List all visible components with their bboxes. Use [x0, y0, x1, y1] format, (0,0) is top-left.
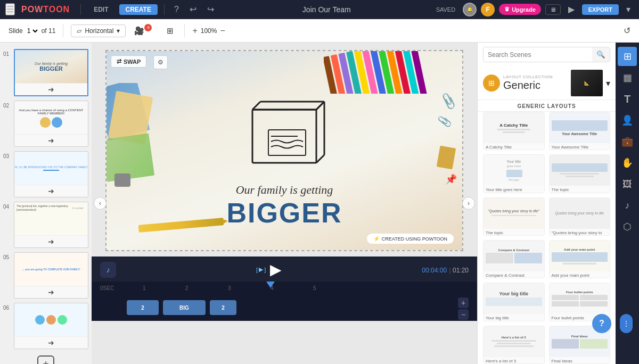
slide-number-4: 04: [3, 204, 12, 210]
props-sidebar-button[interactable]: 💼: [618, 132, 637, 151]
slide-big-text: BIGGER: [106, 197, 462, 229]
search-button[interactable]: 🔍: [592, 47, 610, 62]
slide-item-1[interactable]: 01 Our family is getting BIGGER ➜: [0, 47, 92, 98]
swap-button[interactable]: ⇄ SWAP: [111, 55, 146, 68]
slide-action-icon-3: ➜: [48, 187, 54, 195]
zoom-in-button[interactable]: +: [192, 26, 197, 36]
slide-thumbnail-2[interactable]: And you have a chance of using a CONTENT…: [14, 101, 88, 147]
slide-item-3[interactable]: 03 HI, I'LL BE INTRODUCING YOU TO THE CO…: [0, 149, 92, 200]
timeline-add-button[interactable]: +: [458, 297, 469, 308]
slide-number-select[interactable]: 1: [25, 27, 39, 35]
presentation-title: Join Our Team: [222, 5, 432, 14]
layout-collection-label: LAYOUT COLLECTION: [503, 75, 553, 79]
hand-icon: ✋: [621, 157, 633, 169]
powtoon-watermark: ⚡ CREATED USING POWTOON: [367, 234, 454, 244]
svg-line-4: [316, 155, 324, 163]
ruler-3sec: 3: [228, 285, 231, 291]
slide-item-6[interactable]: 06 ➜: [0, 301, 92, 351]
slide-thumbnail-1[interactable]: Our family is getting BIGGER ➜: [14, 49, 88, 96]
scenes-sidebar-button[interactable]: ▦: [618, 68, 637, 87]
slide-number-1: 01: [3, 51, 12, 57]
layout-card-title-goes-here[interactable]: Your title goes here The topic Your titl…: [483, 154, 545, 193]
redo-button[interactable]: ↪: [204, 3, 217, 15]
slide-action-icon-5: ➜: [48, 288, 54, 296]
animations-sidebar-button[interactable]: ✋: [618, 153, 637, 172]
play-controls: [▶] ▶: [121, 261, 416, 278]
layout-card-catchy-title[interactable]: A Catchy Title A Catchy Title: [483, 112, 545, 150]
main-canvas[interactable]: 📎 📎 📌: [105, 50, 463, 251]
user-avatar[interactable]: F: [481, 3, 495, 16]
slide-thumbnail-4[interactable]: The [product] the, together a new legend…: [14, 202, 88, 248]
refresh-button[interactable]: ↺: [624, 26, 630, 36]
undo-button[interactable]: ↩: [186, 3, 200, 15]
layout-label-topic: The topic: [550, 186, 610, 193]
export-button[interactable]: EXPORT: [582, 4, 619, 15]
step-icon: ▶: [259, 266, 263, 273]
more-button[interactable]: ⋮: [620, 314, 633, 333]
layout-card-quote[interactable]: Quotes bring your story to life "Quotes …: [549, 197, 611, 236]
layout-card-compare[interactable]: Compare & Contrast Compare & Contrast: [483, 240, 545, 278]
layout-card-main-point[interactable]: Add your main point Add your main point: [549, 240, 611, 278]
slide-info: Slide 1 of 11: [9, 27, 55, 35]
slide-item-5[interactable]: 05 ... you are going TO COMPLETE OUR FAM…: [0, 250, 92, 301]
plus-circle-icon: +: [37, 355, 54, 364]
slide-number-5: 05: [3, 254, 12, 260]
layouts-sidebar-button[interactable]: ⊞: [618, 47, 637, 66]
step-indicator: [▶]: [256, 266, 266, 273]
timeline-minus-button[interactable]: −: [458, 309, 469, 320]
layout-card-big-title[interactable]: Your big title Your big title: [483, 283, 545, 321]
secondary-toolbar: Slide 1 of 11 ▱ Horizontal ▾ 🎥 4 ⊞ + 100…: [0, 19, 639, 43]
slide-thumbnail-3[interactable]: HI, I'LL BE INTRODUCING YOU TO THE COMPA…: [14, 151, 88, 197]
track-block-2[interactable]: BIG: [163, 300, 206, 315]
main-area: 01 Our family is getting BIGGER ➜ 02: [0, 43, 639, 364]
slide-item-4[interactable]: 04 The [product] the, together a new leg…: [0, 200, 92, 250]
create-mode-button[interactable]: CREATE: [119, 4, 158, 15]
help-button[interactable]: ?: [592, 314, 611, 333]
toolbar-divider-2: [184, 24, 185, 37]
audio-sidebar-button[interactable]: ♪: [618, 196, 637, 215]
camera-button[interactable]: 🎥 4: [131, 24, 158, 38]
present-button[interactable]: 🖥: [545, 4, 561, 15]
slide-thumbnail-6[interactable]: ➜: [14, 303, 88, 349]
effects-sidebar-button[interactable]: ⬡: [618, 217, 637, 236]
slide-item-2[interactable]: 02 And you have a chance of using a CONT…: [0, 98, 92, 149]
layout-label-topic2: The topic: [484, 229, 544, 236]
music-icon: ♪: [106, 266, 110, 274]
hamburger-menu[interactable]: ☰: [5, 3, 15, 15]
powtoon-logo-small: ⚡: [373, 236, 380, 242]
prev-slide-button[interactable]: ‹: [94, 197, 106, 210]
ruler-0sec: 0SEC: [100, 285, 114, 291]
panel-collapse-button[interactable]: ▾: [606, 78, 610, 88]
music-button[interactable]: ♪: [100, 262, 116, 278]
next-slide-button[interactable]: ›: [462, 197, 475, 210]
play-button[interactable]: ▶: [270, 261, 282, 278]
slide-number-3: 03: [3, 153, 12, 159]
dropdown-arrow-icon: ▾: [117, 27, 120, 35]
characters-sidebar-button[interactable]: 👤: [618, 111, 637, 130]
timeline-ruler: 0SEC 1 2 3 4 5: [92, 282, 477, 294]
upgrade-button[interactable]: ♛ Upgrade: [499, 4, 541, 15]
slide-action-icon-4: ➜: [48, 237, 54, 246]
layout-card-topic2[interactable]: "Quotes bring your story to life" The to…: [483, 197, 545, 236]
track-block-1[interactable]: 2: [127, 300, 159, 315]
edit-mode-button[interactable]: EDIT: [87, 4, 114, 15]
search-input[interactable]: [484, 48, 592, 62]
layout-card-list3[interactable]: Here's a list of 3 Here's a list of 3: [483, 326, 545, 364]
export-dropdown-button[interactable]: ▾: [623, 3, 634, 15]
settings-button[interactable]: ⚙: [153, 55, 168, 69]
play-presentation-button[interactable]: ▶: [565, 3, 578, 15]
slide-thumbnail-5[interactable]: ... you are going TO COMPLETE OUR FAMILY…: [14, 252, 88, 299]
track-block-3[interactable]: 2: [210, 300, 236, 315]
svg-line-5: [316, 102, 324, 110]
media-sidebar-button[interactable]: 🖼: [618, 175, 637, 194]
zoom-out-button[interactable]: −: [220, 26, 225, 36]
grid-view-button[interactable]: ⊞: [163, 24, 177, 38]
layout-card-awesome-title[interactable]: Your Awesome Title Your Awesome Title: [549, 112, 611, 150]
notifications-avatar[interactable]: 🔔: [463, 3, 477, 16]
layout-orientation-button[interactable]: ▱ Horizontal ▾: [71, 24, 126, 37]
layout-card-topic[interactable]: The topic: [549, 154, 611, 193]
help-icon-button[interactable]: ?: [171, 4, 182, 15]
gear-icon: ⚙: [158, 59, 163, 66]
text-sidebar-button[interactable]: T: [618, 89, 637, 109]
add-blank-slide-button[interactable]: + Blank slide: [0, 351, 92, 364]
